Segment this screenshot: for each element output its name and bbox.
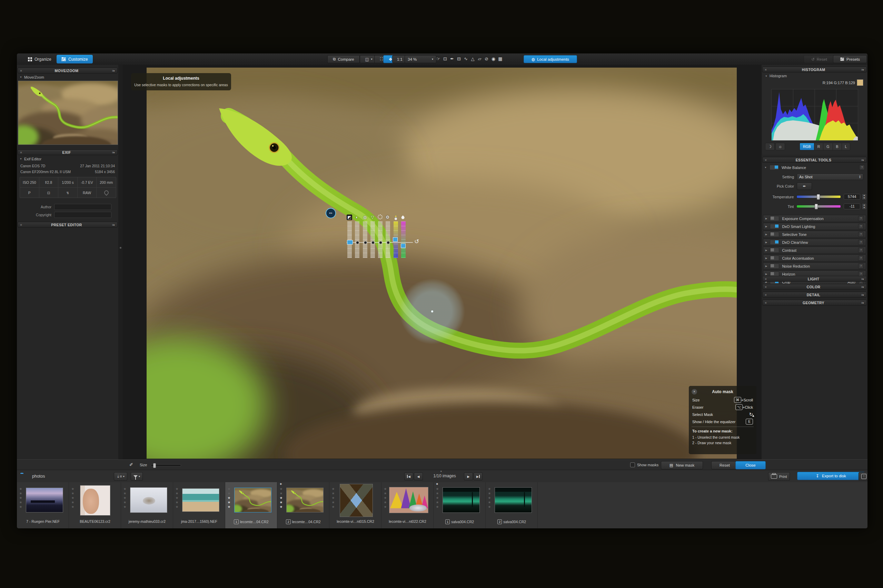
star-rating[interactable]: ★★★★★ — [19, 487, 23, 509]
thumbnail-aurora[interactable] — [495, 487, 532, 513]
blur-eq-handle[interactable] — [379, 241, 382, 244]
detail-panel-header[interactable]: × DETAIL ≡▾ — [762, 292, 867, 298]
temperature-eq-icon[interactable] — [393, 214, 399, 220]
panel-menu-icon[interactable]: ≡▾ — [858, 158, 867, 162]
author-input[interactable] — [54, 204, 111, 210]
panel-menu-icon[interactable]: ≡▾ — [109, 151, 117, 154]
show-masks-checkbox[interactable] — [630, 462, 635, 467]
local-adjustments-button[interactable]: ◍ Local adjustments — [523, 55, 577, 63]
filmstrip-item[interactable]: ★★★★★ jeremy-mathieu033.cr2 — [121, 482, 173, 528]
white-balance-toggle[interactable] — [769, 165, 779, 170]
reset-button[interactable]: ↺ Reset — [804, 55, 835, 63]
filmstrip-item[interactable]: ★★★★★ jma-2017…1560).NEF — [173, 482, 225, 528]
tint-eq-icon[interactable] — [400, 214, 406, 220]
filmstrip-item[interactable]: ★★★★★ lecomte-vi…nt015.CR2 — [330, 482, 381, 528]
preset-editor-panel-header[interactable]: × PRESET EDITOR ≡▾ — [18, 222, 118, 228]
white-balance-row[interactable]: ▼ White Balance ? — [762, 163, 867, 171]
microcontrast-eq-icon[interactable]: ◍ — [362, 214, 368, 220]
star-rating[interactable]: ★★★★★ — [435, 487, 439, 509]
thumbnail-aurora[interactable] — [442, 487, 480, 513]
sharpness-eq-handle[interactable] — [387, 241, 390, 244]
next-image-button[interactable]: ▶ — [464, 472, 473, 480]
thumbnail-portrait[interactable] — [80, 485, 110, 516]
close-icon[interactable]: × — [18, 69, 24, 73]
brush-size-slider[interactable] — [151, 464, 181, 466]
filmstrip-item[interactable]: ★★★★★ 7 - Ruegen Pier.NEF — [17, 482, 69, 528]
filmstrip-item[interactable]: ★★★★★ 2 salva004.CR2 — [486, 482, 538, 528]
contrast-toggle[interactable] — [770, 248, 779, 253]
folder-name[interactable]: photos — [32, 474, 45, 478]
thumbnail-wolf[interactable] — [130, 487, 167, 513]
export-to-disk-button[interactable]: ↧ Export to disk — [797, 472, 865, 480]
temperature-stepper[interactable]: ▲▼ — [862, 194, 867, 200]
contrast-eq-column[interactable] — [355, 221, 360, 258]
microcontrast-eq-column[interactable] — [363, 221, 367, 258]
microcontrast-eq-handle[interactable] — [364, 241, 367, 244]
display-tool-icon[interactable]: ⊟ — [456, 56, 462, 62]
temperature-slider[interactable] — [796, 195, 841, 198]
star-rating[interactable]: ★★★★★ — [279, 487, 283, 509]
sidebar-divider[interactable] — [118, 65, 123, 459]
mask-close-button[interactable]: Close — [735, 461, 766, 470]
presets-button[interactable]: Presets — [833, 55, 867, 63]
help-icon[interactable]: ? — [858, 216, 864, 221]
temperature-value[interactable]: 5744 — [844, 194, 860, 200]
sharpness-eq-column[interactable] — [385, 221, 390, 258]
help-icon[interactable]: ? — [858, 232, 864, 237]
move-zoom-thumbnail[interactable] — [18, 81, 118, 145]
tint-slider[interactable] — [796, 205, 841, 208]
vibrancy-eq-handle[interactable] — [372, 241, 375, 244]
close-icon[interactable]: × — [691, 389, 697, 394]
filmstrip-item-selected[interactable]: ★★★★★ 1 lecomte…04.CR2 — [225, 482, 277, 528]
zoom-level-dropdown[interactable]: 34 % ▾ — [405, 55, 436, 63]
star-rating[interactable]: ★★★★★ — [227, 487, 231, 509]
close-icon[interactable]: × — [763, 285, 769, 289]
exposure-eq-column[interactable] — [347, 221, 352, 258]
thumbnail-pier[interactable] — [26, 488, 63, 513]
channel-g[interactable]: G — [823, 143, 833, 150]
filter-button[interactable]: ▾ — [131, 472, 143, 481]
thumbnail-beach[interactable] — [182, 488, 219, 512]
tool-row-dxo-clearview[interactable]: ▶ DxO ClearView ? — [763, 238, 866, 246]
tint-stepper[interactable]: ▲▼ — [862, 203, 867, 210]
tab-organize[interactable]: Organize — [23, 55, 56, 63]
share-button[interactable]: ↑ — [859, 472, 868, 481]
exposure-compensation-toggle[interactable] — [770, 216, 779, 221]
close-icon[interactable]: × — [18, 150, 24, 154]
exif-editor-row[interactable]: ▼ Exif Editor — [17, 156, 121, 162]
vibrancy-eq-icon[interactable]: ▽ — [370, 214, 375, 220]
new-mask-button[interactable]: ▤ New mask — [661, 461, 703, 470]
equalizer-reset-icon[interactable]: ↺ — [414, 238, 419, 245]
show-masks-label[interactable]: Show masks — [637, 463, 658, 467]
panel-menu-icon[interactable]: ≡▾ — [858, 277, 867, 281]
move-zoom-section-row[interactable]: ▼ Move/Zoom — [17, 74, 121, 80]
star-rating[interactable]: ★★★★★ — [487, 487, 492, 509]
color-accentuation-toggle[interactable] — [770, 255, 779, 261]
tint-eq-column[interactable] — [401, 221, 406, 258]
star-rating[interactable]: ★★★★★ — [383, 487, 387, 509]
help-icon[interactable]: ? — [858, 264, 864, 268]
selective-tone-toggle[interactable] — [770, 232, 779, 237]
brush-size-knob[interactable] — [153, 463, 156, 468]
clone-tool-icon[interactable]: ⊘ — [483, 56, 490, 62]
star-rating[interactable]: ★★★★★ — [175, 487, 179, 509]
filmstrip-item[interactable]: ★★★★★ BEAUTE06123.cr2 — [69, 482, 121, 528]
highlight-clipping-button[interactable]: ☼ — [775, 143, 785, 150]
filmstrip-item[interactable]: ★★★★★ lecomte-vi…nt022.CR2 — [381, 482, 433, 528]
filmstrip-item[interactable]: ✦ ★★★★★ 2 lecomte…04.CR2 — [277, 482, 330, 528]
blur-eq-icon[interactable] — [377, 214, 383, 220]
panel-menu-icon[interactable]: ≡▾ — [858, 301, 867, 304]
panel-menu-icon[interactable]: ≡▾ — [109, 69, 117, 72]
noise-reduction-toggle[interactable] — [770, 264, 779, 268]
tool-row-selective-tone[interactable]: ▶ Selective Tone ? — [763, 231, 866, 238]
close-icon[interactable]: × — [763, 158, 769, 162]
contrast-eq-handle[interactable] — [356, 241, 359, 244]
histogram-panel-header[interactable]: × HISTOGRAM ≡▾ — [762, 66, 867, 72]
filmstrip-item[interactable]: ✦ ★★★★★ 1 salva004.CR2 — [433, 482, 486, 528]
channel-r[interactable]: R — [814, 143, 824, 150]
lasso-tool-icon[interactable]: ▱ — [476, 56, 483, 62]
color-panel-header[interactable]: × COLOR ≡▾ — [762, 284, 867, 290]
help-icon[interactable]: ? — [858, 240, 864, 245]
exposure-eq-icon[interactable]: ◩ — [347, 214, 352, 220]
dxo-clearview-toggle[interactable] — [770, 240, 779, 245]
